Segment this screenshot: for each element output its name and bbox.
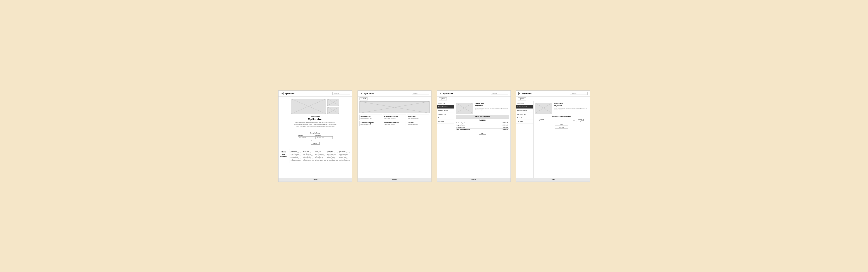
sidebar-item-tax-forms[interactable]: Tax forms [437, 120, 454, 124]
list-item: News title Lorem ipsum dolor sit amet, c… [315, 150, 327, 161]
content-header-text: Tuition andPayments Lorem ipsum dolor si… [554, 103, 588, 111]
pay-button[interactable]: Pay [479, 132, 486, 135]
sidebar-item-payment-plan[interactable]: Payment Plan [437, 112, 454, 116]
content-header: Tuition andPayments Lorem ipsum dolor si… [456, 103, 509, 113]
table-row: Original Tuition 6,000 CAD [456, 124, 509, 126]
welcome-description: Discover a world of endless opportunitie… [293, 122, 337, 129]
back-arrow-icon: ◀ [519, 98, 521, 100]
footer: Footer [358, 178, 431, 181]
news-items: News title Lorem ipsum dolor sit amet, c… [289, 149, 352, 163]
payment-confirmation-section: Payment Confirmation Amount 7,500 CAD Ca… [535, 115, 588, 129]
back-button[interactable]: ◀ Back [518, 97, 526, 100]
screen1-header: M MyHumber [279, 91, 352, 97]
sidebar-item-scholarship[interactable]: Scholarship [437, 101, 454, 105]
logo-area: M MyHumber [281, 92, 295, 95]
student-id-label: Student ID [298, 135, 315, 136]
sidebar-item-payment-plan[interactable]: Payment Plan [516, 112, 533, 116]
main-content: Student Profile Lorem ipsum dolor sit ..… [358, 101, 431, 128]
content-header-text: Tuition andPayments Lorem ipsum dolor si… [475, 103, 509, 111]
card-title: Registration [408, 116, 429, 117]
footer: Footer [437, 178, 510, 181]
forgot-password-link[interactable]: Forgot password [298, 140, 333, 141]
login-title: Log In Here [298, 132, 333, 134]
sidebar-item-payment-history[interactable]: Payment History [516, 109, 533, 112]
back-label: Back [521, 98, 525, 100]
confirmation-content: Tuition andPayments Lorem ipsum dolor si… [533, 101, 590, 178]
back-arrow-icon: ◀ [440, 98, 441, 100]
hero-main-image [291, 99, 326, 114]
row-label: Original Tuition [456, 124, 491, 126]
card-tuition-payments[interactable]: Tuition and Payments Lorem ipsum dolor s… [383, 121, 406, 126]
logo-icon: M [439, 92, 442, 95]
card-academic-progress[interactable]: Academic Progress Lorem ipsum dolor sit … [360, 121, 382, 126]
banner-image [360, 101, 430, 113]
hero-image-3 [327, 107, 339, 114]
search-input[interactable] [570, 92, 588, 95]
search-input[interactable] [491, 92, 508, 95]
card-services[interactable]: Services Lorem ipsum dolor sit ... [407, 121, 430, 126]
logo-icon: M [281, 92, 284, 95]
sidebar-item-tuition-payment[interactable]: Tuition Payment [516, 105, 533, 109]
sidebar: Scholarship Tuition Payment Payment Hist… [516, 101, 533, 178]
pay-confirm-button[interactable]: Pay [555, 123, 568, 126]
tuition-payments-tab[interactable]: Tuition and Payments [456, 115, 509, 118]
news-title: News title [315, 150, 327, 152]
confirmation-title: Payment Confirmation [535, 115, 588, 117]
back-button[interactable]: ◀ Back [439, 97, 447, 100]
sidebar-item-refund[interactable]: Refund [437, 116, 454, 120]
password-input[interactable] [315, 136, 333, 139]
screen4-layout: Scholarship Tuition Payment Payment Hist… [516, 101, 590, 178]
table-row: Miscellaneous 500 CAD [456, 126, 509, 129]
card-title: Student Profile [361, 116, 381, 117]
list-item: News title Lorem ipsum dolor sit amet, c… [327, 150, 339, 161]
table-row: Tuition Deposite 1,000 CAD [456, 122, 509, 124]
content-header-image [456, 103, 473, 113]
content-title: Tuition andPayments [475, 103, 509, 106]
student-id-field: Student ID [298, 135, 315, 139]
card-program-info[interactable]: Program Information Lorem ipsum dolor si… [383, 114, 406, 120]
screen-2-nav: M MyHumber ◀ Back Student Profile Lorem … [358, 91, 432, 182]
news-text: Lorem ipsum dolor sit amet, consectetur … [327, 152, 339, 161]
logo-icon: M [360, 92, 363, 95]
search-input[interactable] [333, 92, 350, 95]
back-arrow-icon: ◀ [361, 98, 362, 100]
card-title: Program Information [384, 116, 405, 117]
balance-value: 7,500 CAD [490, 128, 509, 131]
card-title: Academic Progress [361, 122, 381, 124]
logo-text: MyHumber [364, 93, 374, 95]
card-text: Lorem ipsum dolor sit ... [361, 124, 381, 125]
news-text: Lorem ipsum dolor sit amet, consectetur … [291, 152, 302, 161]
news-title: News title [339, 150, 351, 152]
amount-row: Amount 7,500 CAD [535, 118, 588, 120]
student-id-input[interactable] [298, 136, 315, 139]
back-button[interactable]: ◀ Back [360, 97, 368, 100]
card-student-profile[interactable]: Student Profile Lorem ipsum dolor sit ..… [360, 114, 382, 120]
balance-label: Your account balance [456, 128, 491, 131]
back-label: Back [363, 98, 366, 100]
logo-text: MyHumber [285, 93, 295, 95]
sidebar-item-refund[interactable]: Refund [516, 116, 533, 120]
cancel-button[interactable]: Cancel [555, 126, 568, 129]
card-registration[interactable]: Registration Lorem ipsum dolor sit ... [407, 114, 430, 120]
card-text: Lorem ipsum dolor sit ... [384, 124, 405, 125]
logo-area: M MyHumber [439, 92, 453, 95]
card-title: Tuition and Payments [384, 122, 405, 124]
sign-in-button[interactable]: Sign in [311, 142, 319, 145]
welcome-text: Welcome to MyHumber Discover a world of … [293, 116, 337, 130]
news-section: NewsandUpdates News title Lorem ipsum do… [279, 149, 352, 163]
sidebar-item-tax-forms[interactable]: Tax forms [516, 120, 533, 124]
sidebar-item-scholarship[interactable]: Scholarship [516, 101, 533, 105]
card-text: Lorem ipsum dolor sit ... [361, 117, 381, 119]
search-input[interactable] [412, 92, 429, 95]
screen3-header: M MyHumber [437, 91, 510, 97]
amount-value: 7,500 CAD [578, 118, 584, 120]
logo-text: MyHumber [443, 93, 453, 95]
footer: Footer [279, 178, 352, 181]
news-title: News title [291, 150, 302, 152]
cards-grid: Student Profile Lorem ipsum dolor sit ..… [360, 114, 430, 126]
sidebar-item-payment-history[interactable]: Payment History [437, 109, 454, 112]
content-header-image [535, 103, 552, 113]
card-text: Lorem ipsum dolor sit ... [384, 117, 405, 119]
sidebar-item-tuition-payment[interactable]: Tuition Payment [437, 105, 454, 109]
login-section: Log In Here Student ID Password Forgot p… [298, 132, 333, 145]
